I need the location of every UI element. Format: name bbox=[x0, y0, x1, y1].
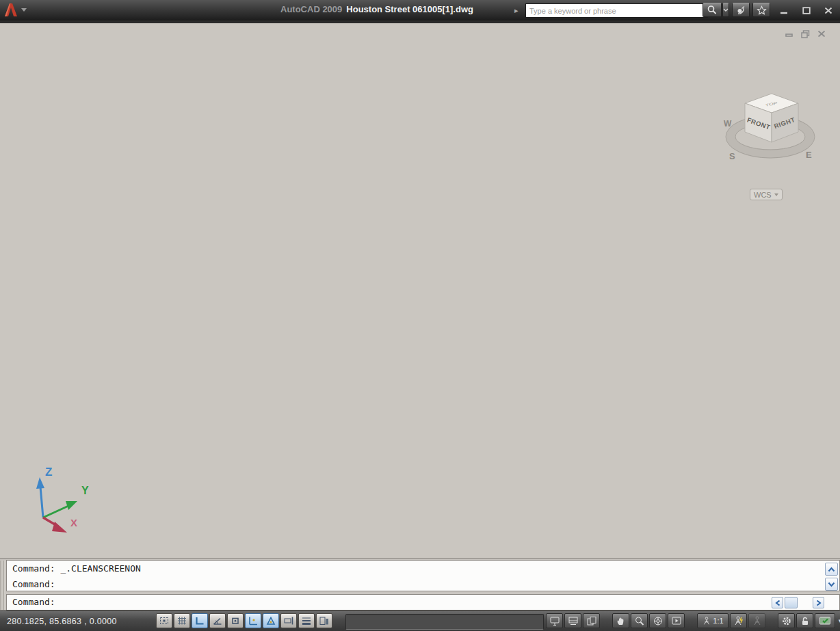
chevron-left-icon bbox=[775, 600, 780, 606]
app-name: AutoCAD 2009 bbox=[280, 4, 342, 14]
trusted-autodesk-button[interactable] bbox=[815, 613, 835, 628]
communication-center-button[interactable] bbox=[732, 3, 750, 17]
command-history-line: Command: bbox=[7, 576, 839, 591]
quick-view-drawings-button[interactable] bbox=[583, 613, 600, 628]
pan-button[interactable] bbox=[612, 613, 629, 628]
status-right-group: 1:1 bbox=[546, 613, 840, 628]
steering-wheel-icon bbox=[653, 616, 664, 626]
auto-annotation-icon bbox=[752, 616, 763, 626]
lock-icon bbox=[800, 616, 811, 626]
toggle-dynamic-ucs[interactable] bbox=[263, 613, 279, 628]
model-icon bbox=[549, 616, 560, 626]
auto-annotation-button[interactable] bbox=[748, 613, 765, 628]
app-titlebar: AutoCAD 2009Houston Street 061005[1].dwg… bbox=[0, 0, 840, 21]
chevron-down-icon bbox=[774, 193, 778, 196]
zoom-button[interactable] bbox=[631, 613, 648, 628]
close-icon bbox=[817, 30, 826, 38]
toggle-ortho-mode[interactable] bbox=[192, 613, 208, 628]
toggle-quick-properties[interactable] bbox=[316, 613, 332, 628]
search-button[interactable] bbox=[703, 3, 722, 17]
doc-minimize-button[interactable] bbox=[784, 29, 796, 39]
toggle-lineweight-display[interactable] bbox=[298, 613, 315, 628]
satellite-icon bbox=[736, 5, 746, 15]
document-window-controls bbox=[784, 29, 827, 39]
search-input[interactable] bbox=[525, 3, 708, 18]
annotation-visibility-icon bbox=[733, 616, 744, 626]
status-toggle-group bbox=[156, 613, 332, 628]
status-menu-chevron-icon[interactable]: ▾ bbox=[837, 617, 840, 624]
command-window: Command: _.CLEANSCREENON Command: Comman… bbox=[0, 559, 840, 611]
minimize-icon bbox=[780, 8, 788, 14]
toggle-object-snap-tracking[interactable] bbox=[245, 613, 261, 628]
logo-menu-chevron-down-icon[interactable] bbox=[21, 8, 27, 12]
compass-west-label[interactable]: W bbox=[724, 119, 732, 129]
app-minimize-button[interactable] bbox=[778, 5, 790, 16]
wcs-selector[interactable]: WCS bbox=[750, 189, 783, 200]
chevron-up-icon bbox=[828, 567, 835, 572]
quick-view-layouts-button[interactable] bbox=[564, 613, 581, 628]
command-scroll-down-button[interactable] bbox=[825, 578, 838, 591]
restore-icon bbox=[801, 30, 810, 38]
annotation-person-icon bbox=[702, 616, 711, 626]
toggle-grid-display[interactable] bbox=[174, 613, 190, 628]
annotation-visibility-button[interactable] bbox=[730, 613, 747, 628]
maximize-icon bbox=[802, 7, 811, 14]
toggle-dynamic-input[interactable] bbox=[280, 613, 297, 628]
toggle-object-snap[interactable] bbox=[227, 613, 244, 628]
compass-east-label[interactable]: E bbox=[806, 150, 812, 160]
pan-hand-icon bbox=[616, 616, 627, 626]
close-icon bbox=[824, 7, 832, 14]
magnifier-icon bbox=[634, 616, 645, 626]
star-icon bbox=[757, 5, 767, 15]
toolbar-lock-button[interactable] bbox=[796, 613, 813, 628]
model-button[interactable] bbox=[546, 613, 563, 628]
toggle-snap-mode[interactable] bbox=[156, 613, 172, 628]
document-name: Houston Street 061005[1].dwg bbox=[346, 4, 473, 14]
app-close-button[interactable] bbox=[822, 5, 835, 16]
show-motion-icon bbox=[671, 616, 682, 626]
command-prompt: Command: bbox=[12, 597, 55, 607]
annotation-scale-value: 1:1 bbox=[713, 617, 723, 625]
command-scroll-up-button[interactable] bbox=[825, 563, 838, 576]
command-scrollbar-thumb[interactable] bbox=[785, 597, 798, 608]
autocad-window: AutoCAD 2009Houston Street 061005[1].dwg… bbox=[0, 0, 840, 631]
chevron-down-icon bbox=[828, 582, 835, 587]
drawings-icon bbox=[586, 616, 597, 626]
wcs-label: WCS bbox=[754, 191, 772, 199]
command-history-line: Command: _.CLEANSCREENON bbox=[7, 561, 839, 576]
annotation-scale-button[interactable]: 1:1 bbox=[697, 613, 729, 628]
search-dropdown-button[interactable] bbox=[722, 3, 729, 17]
workspace-switching-button[interactable] bbox=[778, 613, 795, 628]
drawing-viewport[interactable] bbox=[0, 21, 840, 559]
status-tray-inset bbox=[345, 614, 544, 630]
steering-wheel-button[interactable] bbox=[649, 613, 666, 628]
compass-south-label[interactable]: S bbox=[729, 151, 735, 161]
command-scroll-left-button[interactable] bbox=[772, 597, 783, 608]
frame-shadow-strip bbox=[0, 21, 840, 23]
app-maximize-button[interactable] bbox=[800, 5, 813, 16]
autocad-logo-icon[interactable] bbox=[2, 1, 20, 19]
search-collapse-arrow-icon[interactable]: ▸ bbox=[514, 6, 519, 15]
command-history[interactable]: Command: _.CLEANSCREENON Command: bbox=[6, 560, 840, 591]
coordinate-display[interactable]: 280.1825, 85.6863 , 0.0000 bbox=[7, 617, 117, 626]
chevron-down-icon bbox=[723, 8, 729, 12]
screen-check-icon bbox=[819, 616, 831, 626]
toggle-polar-tracking[interactable] bbox=[209, 613, 226, 628]
magnifier-icon bbox=[707, 5, 718, 15]
minimize-icon bbox=[785, 30, 794, 38]
gear-icon bbox=[781, 616, 792, 626]
chevron-right-icon bbox=[816, 600, 822, 606]
show-motion-button[interactable] bbox=[668, 613, 685, 628]
window-title: AutoCAD 2009Houston Street 061005[1].dwg bbox=[280, 4, 473, 14]
favorites-button[interactable] bbox=[752, 3, 770, 17]
command-input[interactable]: Command: bbox=[6, 594, 840, 610]
command-scroll-right-button[interactable] bbox=[813, 597, 824, 608]
status-bar: 280.1825, 85.6863 , 0.0000 bbox=[0, 610, 840, 631]
layouts-icon bbox=[568, 616, 579, 626]
doc-close-button[interactable] bbox=[815, 29, 827, 39]
command-window-grip[interactable] bbox=[0, 561, 5, 610]
doc-restore-button[interactable] bbox=[800, 29, 811, 39]
